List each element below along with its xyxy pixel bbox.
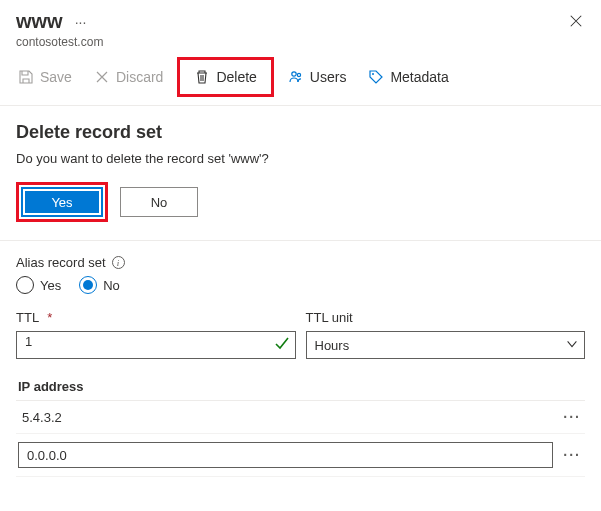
required-star: * xyxy=(47,310,52,325)
discard-icon xyxy=(94,69,110,85)
ttl-label: TTL xyxy=(16,310,39,325)
alias-radio-group[interactable]: Yes No xyxy=(16,276,585,294)
delete-label: Delete xyxy=(216,69,256,85)
row-more-button[interactable]: ··· xyxy=(561,409,583,425)
ip-row-new: 0.0.0.0 ··· xyxy=(16,434,585,477)
ip-row: 5.4.3.2 ··· xyxy=(16,401,585,434)
more-icon[interactable]: ··· xyxy=(71,13,91,31)
zone-subtitle: contosotest.com xyxy=(16,35,585,49)
discard-label: Discard xyxy=(116,69,163,85)
ttl-unit-value: Hours xyxy=(315,338,350,353)
confirm-heading: Delete record set xyxy=(16,122,585,143)
confirm-yes-button[interactable]: Yes xyxy=(23,189,101,215)
metadata-button[interactable]: Metadata xyxy=(360,63,456,91)
alias-yes-label: Yes xyxy=(40,278,61,293)
discard-button: Discard xyxy=(86,63,171,91)
close-icon xyxy=(569,14,583,28)
ttl-input[interactable]: 1 xyxy=(16,331,296,359)
check-icon xyxy=(274,336,290,355)
tag-icon xyxy=(368,69,384,85)
confirm-no-button[interactable]: No xyxy=(120,187,198,217)
ip-new-input[interactable]: 0.0.0.0 xyxy=(18,442,553,468)
svg-point-2 xyxy=(372,73,374,75)
chevron-down-icon xyxy=(565,337,579,354)
svg-point-0 xyxy=(292,72,296,76)
delete-button[interactable]: Delete xyxy=(186,63,264,91)
save-button: Save xyxy=(10,63,80,91)
row-more-button[interactable]: ··· xyxy=(561,447,583,463)
confirm-question: Do you want to delete the record set 'ww… xyxy=(16,151,585,166)
trash-icon xyxy=(194,69,210,85)
alias-label: Alias record set xyxy=(16,255,106,270)
save-label: Save xyxy=(40,69,72,85)
close-button[interactable] xyxy=(569,14,583,31)
ip-value: 5.4.3.2 xyxy=(18,410,553,425)
ip-column-header: IP address xyxy=(18,379,84,394)
metadata-label: Metadata xyxy=(390,69,448,85)
info-icon[interactable]: i xyxy=(112,256,125,269)
users-icon xyxy=(288,69,304,85)
svg-point-1 xyxy=(297,73,300,76)
save-icon xyxy=(18,69,34,85)
ttl-unit-select[interactable]: Hours xyxy=(306,331,586,359)
alias-no-label: No xyxy=(103,278,120,293)
ttl-unit-label: TTL unit xyxy=(306,310,353,325)
radio-icon xyxy=(16,276,34,294)
alias-radio-no[interactable]: No xyxy=(79,276,120,294)
users-label: Users xyxy=(310,69,347,85)
users-button[interactable]: Users xyxy=(280,63,355,91)
divider xyxy=(0,240,601,241)
radio-icon xyxy=(79,276,97,294)
alias-radio-yes[interactable]: Yes xyxy=(16,276,61,294)
page-title: www xyxy=(16,10,63,33)
